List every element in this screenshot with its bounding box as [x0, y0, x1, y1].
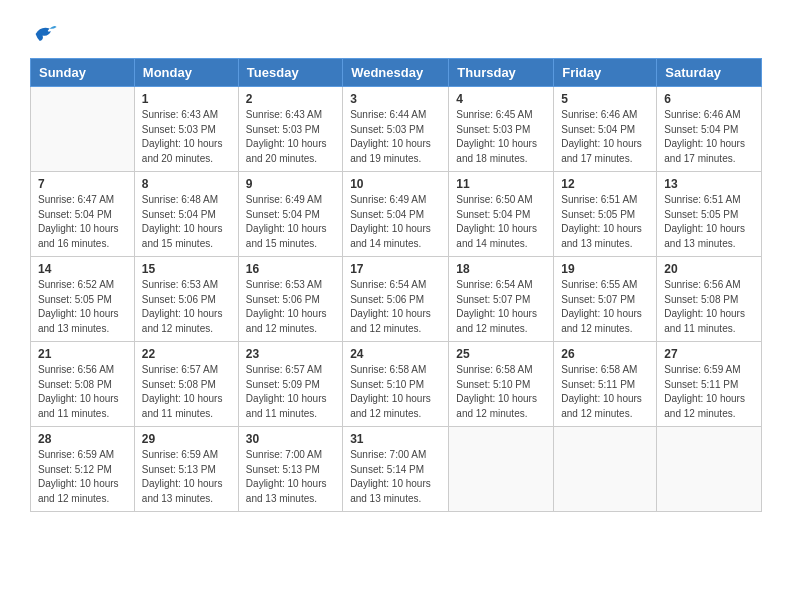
day-number: 31 — [350, 432, 441, 446]
day-info: Sunrise: 6:49 AM Sunset: 5:04 PM Dayligh… — [350, 193, 441, 251]
day-number: 20 — [664, 262, 754, 276]
day-number: 10 — [350, 177, 441, 191]
day-info: Sunrise: 6:51 AM Sunset: 5:05 PM Dayligh… — [561, 193, 649, 251]
day-info: Sunrise: 6:58 AM Sunset: 5:10 PM Dayligh… — [350, 363, 441, 421]
calendar-cell: 28Sunrise: 6:59 AM Sunset: 5:12 PM Dayli… — [31, 427, 135, 512]
day-number: 4 — [456, 92, 546, 106]
day-info: Sunrise: 6:50 AM Sunset: 5:04 PM Dayligh… — [456, 193, 546, 251]
week-row-3: 14Sunrise: 6:52 AM Sunset: 5:05 PM Dayli… — [31, 257, 762, 342]
day-info: Sunrise: 6:51 AM Sunset: 5:05 PM Dayligh… — [664, 193, 754, 251]
day-info: Sunrise: 6:45 AM Sunset: 5:03 PM Dayligh… — [456, 108, 546, 166]
calendar-cell: 3Sunrise: 6:44 AM Sunset: 5:03 PM Daylig… — [343, 87, 449, 172]
day-info: Sunrise: 7:00 AM Sunset: 5:14 PM Dayligh… — [350, 448, 441, 506]
day-number: 28 — [38, 432, 127, 446]
day-info: Sunrise: 6:46 AM Sunset: 5:04 PM Dayligh… — [561, 108, 649, 166]
day-number: 6 — [664, 92, 754, 106]
calendar-cell: 1Sunrise: 6:43 AM Sunset: 5:03 PM Daylig… — [134, 87, 238, 172]
day-info: Sunrise: 6:56 AM Sunset: 5:08 PM Dayligh… — [38, 363, 127, 421]
day-info: Sunrise: 6:47 AM Sunset: 5:04 PM Dayligh… — [38, 193, 127, 251]
calendar-cell: 16Sunrise: 6:53 AM Sunset: 5:06 PM Dayli… — [238, 257, 342, 342]
day-info: Sunrise: 6:58 AM Sunset: 5:10 PM Dayligh… — [456, 363, 546, 421]
calendar-cell: 27Sunrise: 6:59 AM Sunset: 5:11 PM Dayli… — [657, 342, 762, 427]
calendar-cell — [554, 427, 657, 512]
calendar-cell: 13Sunrise: 6:51 AM Sunset: 5:05 PM Dayli… — [657, 172, 762, 257]
calendar-cell: 8Sunrise: 6:48 AM Sunset: 5:04 PM Daylig… — [134, 172, 238, 257]
day-info: Sunrise: 6:59 AM Sunset: 5:11 PM Dayligh… — [664, 363, 754, 421]
day-number: 24 — [350, 347, 441, 361]
calendar-cell: 7Sunrise: 6:47 AM Sunset: 5:04 PM Daylig… — [31, 172, 135, 257]
calendar-cell: 22Sunrise: 6:57 AM Sunset: 5:08 PM Dayli… — [134, 342, 238, 427]
day-info: Sunrise: 6:59 AM Sunset: 5:13 PM Dayligh… — [142, 448, 231, 506]
day-number: 11 — [456, 177, 546, 191]
calendar-header-monday: Monday — [134, 59, 238, 87]
day-number: 7 — [38, 177, 127, 191]
week-row-1: 1Sunrise: 6:43 AM Sunset: 5:03 PM Daylig… — [31, 87, 762, 172]
logo — [30, 20, 62, 48]
week-row-2: 7Sunrise: 6:47 AM Sunset: 5:04 PM Daylig… — [31, 172, 762, 257]
day-number: 16 — [246, 262, 335, 276]
day-number: 21 — [38, 347, 127, 361]
calendar-cell: 25Sunrise: 6:58 AM Sunset: 5:10 PM Dayli… — [449, 342, 554, 427]
day-info: Sunrise: 6:59 AM Sunset: 5:12 PM Dayligh… — [38, 448, 127, 506]
day-number: 1 — [142, 92, 231, 106]
day-number: 30 — [246, 432, 335, 446]
day-info: Sunrise: 6:43 AM Sunset: 5:03 PM Dayligh… — [142, 108, 231, 166]
calendar-header-wednesday: Wednesday — [343, 59, 449, 87]
day-info: Sunrise: 6:49 AM Sunset: 5:04 PM Dayligh… — [246, 193, 335, 251]
logo-bird-icon — [30, 20, 58, 48]
calendar-cell: 4Sunrise: 6:45 AM Sunset: 5:03 PM Daylig… — [449, 87, 554, 172]
calendar-cell: 2Sunrise: 6:43 AM Sunset: 5:03 PM Daylig… — [238, 87, 342, 172]
week-row-5: 28Sunrise: 6:59 AM Sunset: 5:12 PM Dayli… — [31, 427, 762, 512]
calendar-cell: 6Sunrise: 6:46 AM Sunset: 5:04 PM Daylig… — [657, 87, 762, 172]
calendar-cell — [449, 427, 554, 512]
calendar-cell: 18Sunrise: 6:54 AM Sunset: 5:07 PM Dayli… — [449, 257, 554, 342]
day-number: 12 — [561, 177, 649, 191]
calendar-cell — [31, 87, 135, 172]
calendar-cell: 11Sunrise: 6:50 AM Sunset: 5:04 PM Dayli… — [449, 172, 554, 257]
calendar-cell: 17Sunrise: 6:54 AM Sunset: 5:06 PM Dayli… — [343, 257, 449, 342]
day-number: 18 — [456, 262, 546, 276]
day-number: 29 — [142, 432, 231, 446]
day-number: 23 — [246, 347, 335, 361]
day-info: Sunrise: 6:58 AM Sunset: 5:11 PM Dayligh… — [561, 363, 649, 421]
day-number: 3 — [350, 92, 441, 106]
calendar-cell: 15Sunrise: 6:53 AM Sunset: 5:06 PM Dayli… — [134, 257, 238, 342]
day-number: 25 — [456, 347, 546, 361]
calendar-header-friday: Friday — [554, 59, 657, 87]
calendar-cell: 12Sunrise: 6:51 AM Sunset: 5:05 PM Dayli… — [554, 172, 657, 257]
calendar-header-sunday: Sunday — [31, 59, 135, 87]
calendar-cell: 31Sunrise: 7:00 AM Sunset: 5:14 PM Dayli… — [343, 427, 449, 512]
calendar-cell — [657, 427, 762, 512]
calendar-cell: 10Sunrise: 6:49 AM Sunset: 5:04 PM Dayli… — [343, 172, 449, 257]
day-info: Sunrise: 6:53 AM Sunset: 5:06 PM Dayligh… — [246, 278, 335, 336]
day-number: 19 — [561, 262, 649, 276]
day-info: Sunrise: 6:52 AM Sunset: 5:05 PM Dayligh… — [38, 278, 127, 336]
day-info: Sunrise: 6:48 AM Sunset: 5:04 PM Dayligh… — [142, 193, 231, 251]
calendar-header-tuesday: Tuesday — [238, 59, 342, 87]
day-number: 27 — [664, 347, 754, 361]
calendar-cell: 26Sunrise: 6:58 AM Sunset: 5:11 PM Dayli… — [554, 342, 657, 427]
calendar-cell: 30Sunrise: 7:00 AM Sunset: 5:13 PM Dayli… — [238, 427, 342, 512]
day-info: Sunrise: 6:54 AM Sunset: 5:07 PM Dayligh… — [456, 278, 546, 336]
day-info: Sunrise: 6:57 AM Sunset: 5:09 PM Dayligh… — [246, 363, 335, 421]
day-info: Sunrise: 6:55 AM Sunset: 5:07 PM Dayligh… — [561, 278, 649, 336]
day-number: 5 — [561, 92, 649, 106]
day-number: 15 — [142, 262, 231, 276]
day-number: 14 — [38, 262, 127, 276]
calendar-cell: 23Sunrise: 6:57 AM Sunset: 5:09 PM Dayli… — [238, 342, 342, 427]
day-info: Sunrise: 6:53 AM Sunset: 5:06 PM Dayligh… — [142, 278, 231, 336]
day-info: Sunrise: 7:00 AM Sunset: 5:13 PM Dayligh… — [246, 448, 335, 506]
calendar-header-row: SundayMondayTuesdayWednesdayThursdayFrid… — [31, 59, 762, 87]
calendar-cell: 20Sunrise: 6:56 AM Sunset: 5:08 PM Dayli… — [657, 257, 762, 342]
day-info: Sunrise: 6:56 AM Sunset: 5:08 PM Dayligh… — [664, 278, 754, 336]
day-number: 26 — [561, 347, 649, 361]
calendar-cell: 5Sunrise: 6:46 AM Sunset: 5:04 PM Daylig… — [554, 87, 657, 172]
calendar-header-saturday: Saturday — [657, 59, 762, 87]
calendar-cell: 14Sunrise: 6:52 AM Sunset: 5:05 PM Dayli… — [31, 257, 135, 342]
calendar-header-thursday: Thursday — [449, 59, 554, 87]
day-info: Sunrise: 6:54 AM Sunset: 5:06 PM Dayligh… — [350, 278, 441, 336]
day-number: 8 — [142, 177, 231, 191]
calendar-cell: 29Sunrise: 6:59 AM Sunset: 5:13 PM Dayli… — [134, 427, 238, 512]
calendar-cell: 9Sunrise: 6:49 AM Sunset: 5:04 PM Daylig… — [238, 172, 342, 257]
header — [30, 20, 762, 48]
